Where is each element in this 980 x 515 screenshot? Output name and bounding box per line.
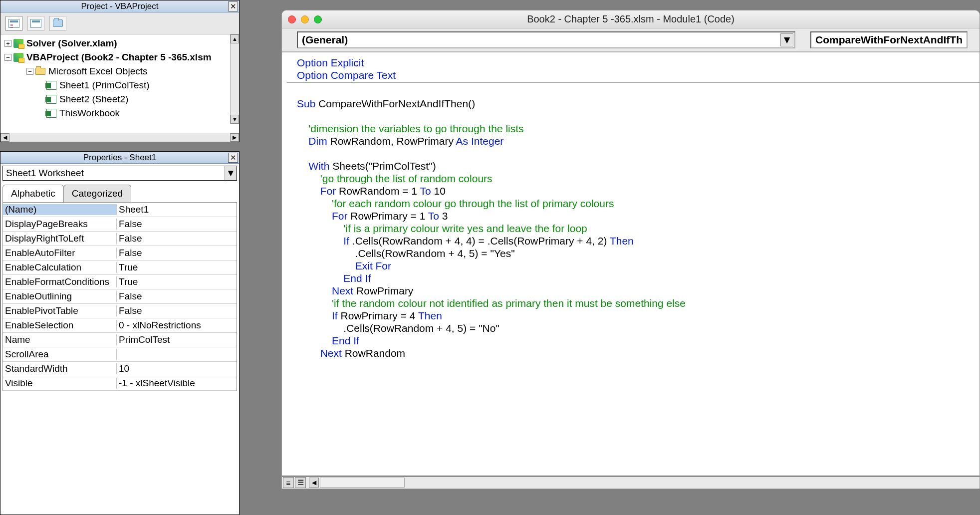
full-module-view-button[interactable]: ☰ [295,477,306,488]
property-name: (Name) [3,204,117,215]
project-tree[interactable]: +Solver (Solver.xlam) −VBAProject (Book2… [0,34,239,133]
properties-panel: Properties - Sheet1 ✕ Sheet1 Worksheet ▼… [0,151,240,515]
property-name: EnableCalculation [3,262,117,273]
workbook-icon [46,109,56,118]
property-name: EnablePivotTable [3,305,117,316]
property-name: Visible [3,378,117,389]
dropdown-arrow-icon: ▼ [780,33,793,46]
code-window: Book2 - Chapter 5 -365.xlsm - Module1 (C… [281,10,980,489]
code-body: Option ExplicitOption Compare Text Sub C… [282,52,980,489]
procedure-dropdown-value: CompareWithForNextAndIfTh [815,34,963,46]
code-window-title: Book2 - Chapter 5 -365.xlsm - Module1 (C… [282,13,980,25]
project-toolbar [0,12,239,34]
tree-item-excel-objects[interactable]: −Microsoft Excel Objects [2,64,239,78]
property-name: EnableSelection [3,320,117,331]
property-row[interactable]: DisplayRightToLeftFalse [3,232,237,246]
folder-icon [53,19,63,27]
traffic-lights [288,15,322,23]
tree-horizontal-scrollbar[interactable]: ◀ ▶ [0,133,239,142]
tree-item-vbaproject[interactable]: −VBAProject (Book2 - Chapter 5 -365.xlsm [2,50,239,64]
collapse-icon[interactable]: − [4,54,11,61]
property-name: EnableFormatConditions [3,276,117,287]
property-name: EnableAutoFilter [3,248,117,258]
scroll-left-icon[interactable]: ◀ [309,478,319,488]
code-window-titlebar[interactable]: Book2 - Chapter 5 -365.xlsm - Module1 (C… [282,10,980,28]
property-row[interactable]: NamePrimColTest [3,333,237,347]
tree-item-thisworkbook[interactable]: ThisWorkbook [2,106,239,120]
window-minimize-button[interactable] [301,15,309,23]
tree-item-solver[interactable]: +Solver (Solver.xlam) [2,36,239,50]
code-horizontal-scrollbar[interactable]: ≡ ☰ ◀ [282,476,980,489]
view-object-button[interactable] [27,16,44,31]
property-row[interactable]: EnableOutliningFalse [3,289,237,304]
property-value[interactable]: False [117,248,237,258]
property-row[interactable]: StandardWidth10 [3,362,237,376]
scroll-left-icon[interactable]: ◀ [0,133,9,142]
procedure-dropdown[interactable]: CompareWithForNextAndIfTh [810,31,968,48]
tree-vertical-scrollbar[interactable]: ▲ ▼ [230,34,239,124]
dropdown-arrow-icon: ▼ [225,166,237,180]
property-row[interactable]: DisplayPageBreaksFalse [3,217,237,232]
tab-categorized[interactable]: Categorized [63,185,131,202]
scroll-down-icon[interactable]: ▼ [231,115,239,124]
scrollbar-track[interactable] [320,478,405,488]
property-value[interactable]: 0 - xlNoRestrictions [117,320,237,331]
tree-item-sheet2[interactable]: Sheet2 (Sheet2) [2,92,239,106]
project-titlebar: Project - VBAProject ✕ [0,0,239,12]
window-close-button[interactable] [288,15,296,23]
object-selector-value: Sheet1 Worksheet [6,168,84,179]
property-name: ScrollArea [3,349,117,360]
view-code-icon [8,19,19,28]
property-row[interactable]: EnableFormatConditionsTrue [3,275,237,289]
property-name: EnableOutlining [3,291,117,302]
property-row[interactable]: Visible-1 - xlSheetVisible [3,376,237,391]
scroll-up-icon[interactable]: ▲ [231,34,239,43]
property-row[interactable]: (Name)Sheet1 [3,203,237,217]
project-title: Project - VBAProject [81,1,159,11]
property-name: StandardWidth [3,363,117,374]
property-value[interactable]: True [117,276,237,287]
vba-project-icon [13,53,23,62]
property-row[interactable]: EnableAutoFilterFalse [3,246,237,260]
window-zoom-button[interactable] [314,15,322,23]
expand-icon[interactable]: + [4,40,11,47]
property-value[interactable]: Sheet1 [117,204,237,215]
worksheet-icon [46,81,56,90]
property-name: Name [3,334,117,345]
vba-project-icon [13,39,23,48]
property-value[interactable]: PrimColTest [117,334,237,345]
property-value[interactable]: -1 - xlSheetVisible [117,378,237,389]
property-value[interactable]: False [117,219,237,230]
property-row[interactable]: ScrollArea [3,347,237,362]
project-close-button[interactable]: ✕ [228,1,238,11]
procedure-view-button[interactable]: ≡ [283,477,294,488]
object-dropdown[interactable]: (General) ▼ [297,31,795,48]
property-name: DisplayPageBreaks [3,219,117,230]
property-row[interactable]: EnableCalculationTrue [3,260,237,275]
property-value[interactable]: False [117,291,237,302]
object-dropdown-value: (General) [302,34,348,46]
properties-title: Properties - Sheet1 [83,153,156,163]
property-row[interactable]: EnableSelection0 - xlNoRestrictions [3,318,237,333]
property-value[interactable]: 10 [117,363,237,374]
properties-titlebar: Properties - Sheet1 ✕ [0,152,239,164]
object-selector-dropdown[interactable]: Sheet1 Worksheet ▼ [2,166,237,181]
property-row[interactable]: EnablePivotTableFalse [3,304,237,318]
tab-alphabetic[interactable]: Alphabetic [2,185,64,202]
toggle-folders-button[interactable] [49,16,66,31]
property-value[interactable]: False [117,305,237,316]
project-explorer-panel: Project - VBAProject ✕ +Solver (Solver.x… [0,0,240,142]
property-value[interactable]: True [117,262,237,273]
property-value[interactable]: False [117,233,237,244]
code-editor[interactable]: Option ExplicitOption Compare Text Sub C… [287,52,980,476]
scroll-right-icon[interactable]: ▶ [230,133,239,142]
worksheet-icon [46,95,56,104]
view-code-button[interactable] [5,16,22,31]
code-dropdowns: (General) ▼ CompareWithForNextAndIfTh [282,28,980,52]
properties-close-button[interactable]: ✕ [228,153,238,163]
tree-item-sheet1[interactable]: Sheet1 (PrimColTest) [2,78,239,92]
collapse-icon[interactable]: − [26,68,33,75]
view-object-icon [30,19,41,28]
properties-table: (Name)Sheet1DisplayPageBreaksFalseDispla… [2,202,237,391]
folder-open-icon [35,68,45,75]
